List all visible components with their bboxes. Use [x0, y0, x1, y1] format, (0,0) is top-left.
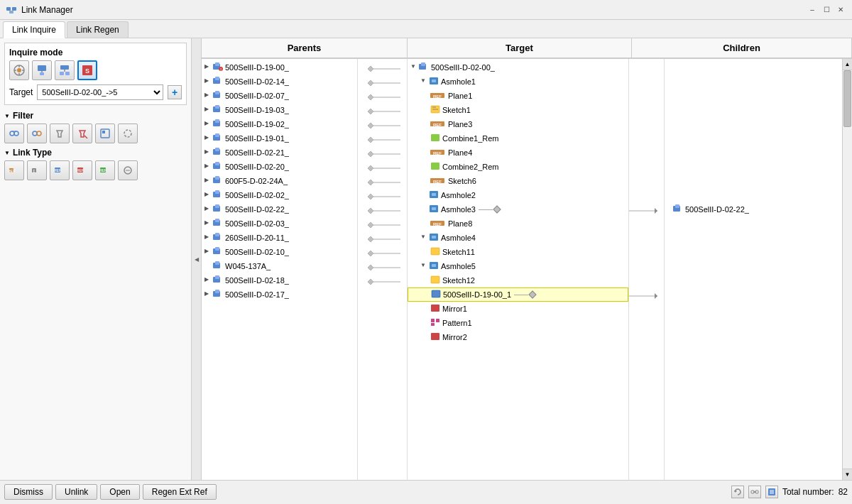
- filter-btn-2[interactable]: [27, 124, 47, 143]
- svg-marker-88: [368, 151, 373, 157]
- list-item[interactable]: ▼ Asmhole5: [408, 259, 628, 273]
- svg-rect-9: [38, 65, 46, 71]
- selected-target-item[interactable]: 500SelII-D-19-00_1: [408, 287, 628, 302]
- list-item[interactable]: Asmhole2: [408, 188, 628, 202]
- list-item[interactable]: ▶ 500SelII-D-02-20_: [202, 160, 357, 174]
- svg-rect-49: [215, 105, 219, 109]
- svg-rect-128: [432, 207, 436, 210]
- child-tool-btn[interactable]: [55, 60, 75, 80]
- list-item[interactable]: ▶ 500SelII-D-19-03_: [202, 103, 357, 117]
- list-item[interactable]: ▶ ! 500SelII-D-19-00_: [202, 60, 357, 75]
- target-select[interactable]: 500SelII-D-02-00_->5: [37, 84, 163, 100]
- list-item[interactable]: ▶ 500SelII-D-02-02_: [202, 188, 357, 202]
- list-item[interactable]: Pattern1: [408, 316, 628, 330]
- list-item[interactable]: Sketch12: [408, 273, 628, 287]
- target-root[interactable]: ▼ 500SelII-D-02-00_: [408, 60, 628, 75]
- svg-rect-47: [215, 91, 219, 94]
- children-list-item[interactable]: 500SelII-D-02-22_: [665, 202, 842, 217]
- ltype-btn-4[interactable]: REF: [72, 160, 92, 180]
- ltype-btn-3[interactable]: REF: [50, 160, 70, 180]
- list-item[interactable]: ▶ 500SelII-D-02-21_: [202, 146, 357, 160]
- refresh-icon[interactable]: [731, 486, 744, 498]
- ltype-btn-1[interactable]: REF: [4, 160, 24, 180]
- tree-scroll-area[interactable]: ▶ ! 500SelII-D-19-00_ ▶ 500SelII-D-02-14…: [202, 59, 842, 480]
- svg-rect-61: [215, 190, 219, 194]
- settings-icon[interactable]: [765, 486, 778, 498]
- close-button[interactable]: ✕: [835, 4, 846, 16]
- svg-rect-132: [432, 236, 436, 239]
- regen-ext-ref-button[interactable]: Regen Ext Ref: [143, 484, 217, 500]
- list-item[interactable]: REF Sketch6: [408, 174, 628, 188]
- list-item[interactable]: ▶ 500SelII-D-02-17_: [202, 287, 357, 302]
- list-item[interactable]: Asmhole3: [408, 202, 628, 217]
- svg-rect-136: [431, 276, 439, 283]
- unlink-button[interactable]: Unlink: [55, 484, 97, 500]
- list-item[interactable]: Sketch1: [408, 103, 628, 117]
- list-item[interactable]: ▶ 500SelII-D-02-10_: [202, 245, 357, 259]
- minimize-button[interactable]: –: [807, 4, 818, 16]
- svg-rect-41: [215, 62, 219, 66]
- parent-tool-btn[interactable]: [32, 60, 52, 80]
- ltype-btn-5[interactable]: REF: [95, 160, 115, 180]
- tab-link-regen[interactable]: Link Regen: [67, 21, 129, 38]
- app-title: Link Manager: [21, 5, 73, 15]
- list-item[interactable]: Mirror1: [408, 302, 628, 316]
- restore-button[interactable]: ☐: [821, 4, 832, 16]
- svg-rect-119: [431, 134, 439, 141]
- add-target-button[interactable]: +: [168, 85, 182, 99]
- list-item[interactable]: REF Plane1: [408, 89, 628, 103]
- list-item[interactable]: ▶ 600F5-D-02-24A_: [202, 174, 357, 188]
- list-item[interactable]: ▶ 500SelII-D-02-22_: [202, 202, 357, 217]
- target-tool-btn[interactable]: [9, 60, 29, 80]
- list-item[interactable]: Sketch11: [408, 245, 628, 259]
- filter-btn-1[interactable]: [4, 124, 24, 143]
- svg-text:REF: REF: [433, 123, 442, 127]
- list-item[interactable]: W045-137A_: [202, 259, 357, 273]
- selected-tool-btn[interactable]: S: [77, 60, 97, 80]
- svg-rect-13: [60, 72, 64, 75]
- list-item[interactable]: ▼ Asmhole1: [408, 75, 628, 89]
- list-item[interactable]: Mirror2: [408, 330, 628, 344]
- target-children-connectors: [629, 59, 665, 480]
- scroll-down-btn[interactable]: ▼: [843, 469, 852, 480]
- open-button[interactable]: Open: [100, 484, 139, 500]
- ltype-btn-6[interactable]: [118, 160, 138, 180]
- list-item[interactable]: ▶ 500SelII-D-02-03_: [202, 217, 357, 231]
- target-label: Target: [9, 87, 33, 97]
- svg-rect-137: [432, 290, 440, 297]
- svg-rect-109: [421, 62, 425, 66]
- collapse-handle[interactable]: ◀: [192, 38, 202, 480]
- list-item[interactable]: ▼ Asmhole4: [408, 231, 628, 245]
- scroll-thumb[interactable]: [843, 70, 851, 127]
- svg-rect-73: [215, 275, 219, 279]
- list-item[interactable]: REF Plane8: [408, 217, 628, 231]
- filter-btn-5[interactable]: [95, 124, 115, 143]
- list-item[interactable]: Combine2_Rem: [408, 160, 628, 174]
- list-item[interactable]: ▶ 500SelII-D-02-07_: [202, 89, 357, 103]
- svg-rect-51: [215, 119, 219, 123]
- filter-btn-3[interactable]: [50, 124, 70, 143]
- dismiss-button[interactable]: Dismiss: [4, 484, 53, 500]
- list-item[interactable]: Combine1_Rem: [408, 131, 628, 146]
- svg-rect-12: [60, 65, 69, 70]
- svg-point-19: [14, 131, 18, 136]
- scroll-up-btn[interactable]: ▲: [843, 59, 852, 70]
- list-item[interactable]: ▶ 260SelII-D-20-11_: [202, 231, 357, 245]
- list-item[interactable]: REF Plane3: [408, 117, 628, 131]
- filter-tools: [4, 124, 187, 143]
- list-item[interactable]: ▶ 500SelII-D-02-18_: [202, 273, 357, 287]
- list-item[interactable]: ▶ 500SelII-D-19-02_: [202, 117, 357, 131]
- svg-rect-10: [40, 72, 44, 75]
- list-item[interactable]: ▶ 500SelII-D-02-14_: [202, 75, 357, 89]
- list-item[interactable]: REF Plane4: [408, 146, 628, 160]
- tabs-bar: Link Inquire Link Regen: [0, 20, 852, 38]
- inquire-mode-tools: S: [9, 60, 182, 80]
- svg-marker-90: [368, 165, 373, 171]
- tab-link-inquire[interactable]: Link Inquire: [3, 21, 65, 38]
- list-item[interactable]: ▶ 500SelII-D-19-01_: [202, 131, 357, 146]
- link-icon[interactable]: [748, 486, 761, 498]
- vertical-scrollbar[interactable]: ▲ ▼: [842, 59, 852, 480]
- filter-btn-6[interactable]: [118, 124, 138, 143]
- ltype-btn-2[interactable]: Σ: [27, 160, 47, 180]
- filter-btn-4[interactable]: [72, 124, 92, 143]
